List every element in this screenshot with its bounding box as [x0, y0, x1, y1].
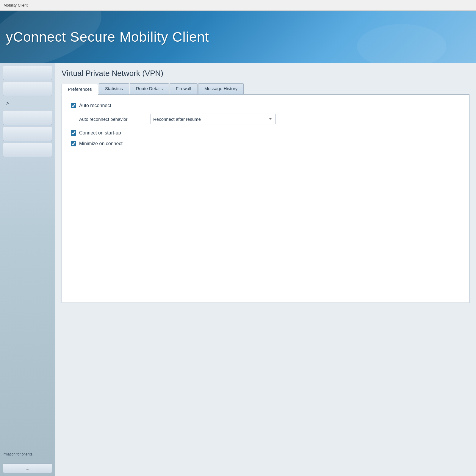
sidebar: > rmation for onents. ... [0, 63, 55, 476]
tab-firewall[interactable]: Firewall [170, 83, 198, 94]
sidebar-button-4[interactable] [3, 127, 52, 141]
tab-statistics[interactable]: Statistics [99, 83, 129, 94]
auto-reconnect-label: Auto reconnect [79, 103, 111, 108]
minimize-connect-checkbox[interactable] [71, 141, 76, 146]
sidebar-arrow[interactable]: > [3, 100, 52, 107]
sidebar-footer-text: rmation for onents. [0, 449, 55, 460]
tabs-container: Preferences Statistics Route Details Fir… [62, 83, 469, 95]
title-bar: Mobility Client [0, 0, 476, 11]
tab-content-preferences: Auto reconnect Auto reconnect behavior R… [62, 95, 469, 303]
auto-reconnect-checkbox[interactable] [71, 103, 76, 108]
vpn-section-title: Virtual Private Network (VPN) [62, 69, 469, 78]
header-banner: yConnect Secure Mobility Client [0, 11, 476, 63]
sidebar-button-5[interactable] [3, 143, 52, 157]
minimize-connect-row: Minimize on connect [71, 141, 460, 146]
tab-route-details[interactable]: Route Details [130, 83, 169, 94]
sidebar-button-3[interactable] [3, 111, 52, 125]
behavior-label: Auto reconnect behavior [79, 117, 145, 122]
minimize-connect-label: Minimize on connect [79, 141, 123, 146]
behavior-select[interactable]: Reconnect after resume Reconnect after r… [151, 114, 275, 124]
sidebar-footer-button[interactable]: ... [3, 464, 52, 473]
content-panel: Virtual Private Network (VPN) Preference… [55, 63, 476, 476]
tab-preferences[interactable]: Preferences [62, 84, 98, 95]
header-title: yConnect Secure Mobility Client [6, 29, 209, 45]
connect-startup-checkbox[interactable] [71, 130, 76, 136]
sidebar-button-2[interactable] [3, 82, 52, 96]
tab-message-history[interactable]: Message History [198, 83, 244, 94]
connect-startup-row: Connect on start-up [71, 130, 460, 136]
auto-reconnect-row: Auto reconnect [71, 103, 460, 108]
connect-startup-label: Connect on start-up [79, 130, 121, 136]
sidebar-button-1[interactable] [3, 66, 52, 80]
behavior-row: Auto reconnect behavior Reconnect after … [79, 114, 460, 124]
title-bar-text: Mobility Client [4, 3, 28, 7]
main-area: > rmation for onents. ... Virtual Privat… [0, 63, 476, 476]
